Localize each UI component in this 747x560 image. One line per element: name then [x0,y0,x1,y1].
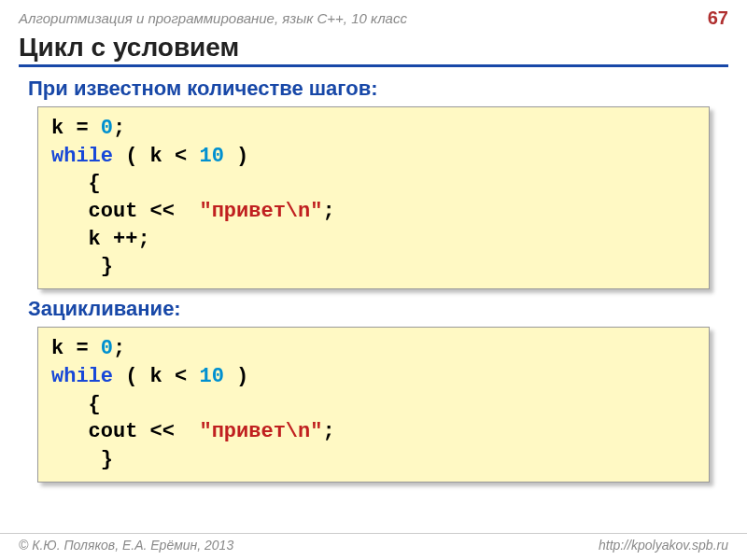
slide-footer: © К.Ю. Поляков, Е.А. Ерёмин, 2013 http:/… [0,533,747,553]
copyright: © К.Ю. Поляков, Е.А. Ерёмин, 2013 [19,538,233,553]
code-block-2: k = 0; while ( k < 10 ) { cout << "приве… [37,327,710,482]
section2-heading: Зацикливание: [0,297,747,321]
section1-heading: При известном количестве шагов: [0,77,747,101]
page-number: 67 [708,7,728,29]
footer-url: http://kpolyakov.spb.ru [599,538,728,553]
code-block-1: k = 0; while ( k < 10 ) { cout << "приве… [37,106,710,289]
slide-header: Алгоритмизация и программирование, язык … [0,0,747,33]
slide-title: Цикл с условием [19,33,728,67]
course-label: Алгоритмизация и программирование, язык … [19,10,407,26]
